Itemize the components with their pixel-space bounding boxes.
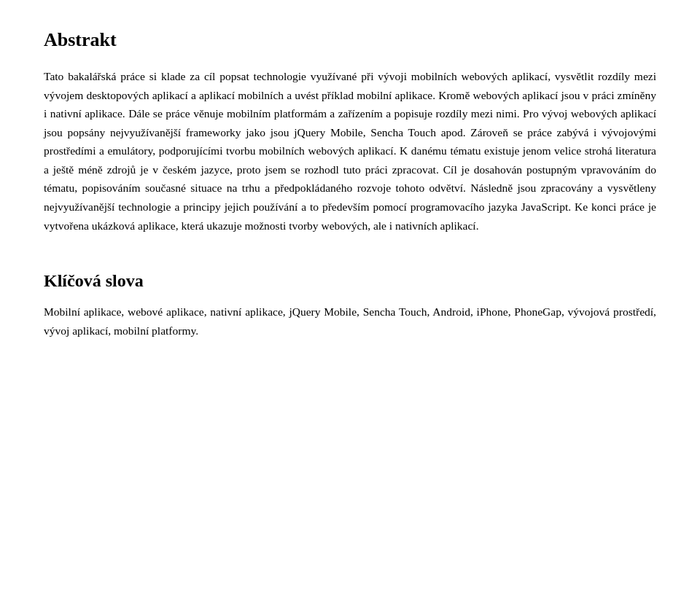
page: Abstrakt Tato bakalářská práce si klade … (0, 0, 700, 597)
keywords-section: Klíčová slova Mobilní aplikace, webové a… (44, 271, 656, 340)
abstract-body: Tato bakalářská práce si klade za cíl po… (44, 67, 656, 235)
abstract-section: Abstrakt Tato bakalářská práce si klade … (44, 29, 656, 235)
abstract-title: Abstrakt (44, 29, 656, 51)
keywords-title: Klíčová slova (44, 271, 656, 291)
keywords-body: Mobilní aplikace, webové aplikace, nativ… (44, 303, 656, 340)
